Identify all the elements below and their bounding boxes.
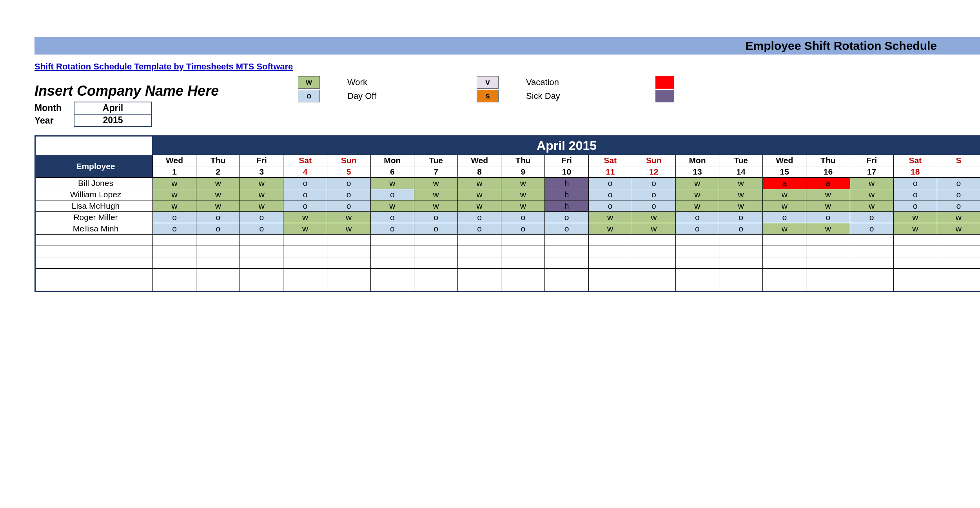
shift-cell[interactable]: o <box>327 200 370 212</box>
shift-cell[interactable]: w <box>893 223 937 235</box>
shift-cell[interactable]: o <box>545 212 588 223</box>
shift-cell[interactable]: w <box>196 200 240 212</box>
shift-cell[interactable]: w <box>370 178 414 189</box>
shift-cell[interactable]: o <box>937 178 980 189</box>
shift-cell[interactable]: w <box>283 223 327 235</box>
shift-cell[interactable]: o <box>458 212 501 223</box>
shift-cell[interactable]: o <box>283 178 327 189</box>
shift-cell[interactable]: o <box>501 223 545 235</box>
shift-cell[interactable]: w <box>501 189 545 200</box>
empty-row[interactable] <box>35 235 980 246</box>
shift-cell[interactable]: w <box>632 223 675 235</box>
shift-cell[interactable]: o <box>719 212 763 223</box>
shift-cell[interactable]: w <box>937 223 980 235</box>
shift-cell[interactable]: o <box>240 212 283 223</box>
shift-cell[interactable]: w <box>719 178 763 189</box>
shift-cell[interactable]: o <box>240 223 283 235</box>
employee-name[interactable]: Roger Miller <box>35 212 153 223</box>
shift-cell[interactable]: w <box>414 189 457 200</box>
shift-cell[interactable]: w <box>850 189 893 200</box>
empty-row[interactable] <box>35 257 980 269</box>
shift-cell[interactable]: o <box>893 200 937 212</box>
shift-cell[interactable]: o <box>893 189 937 200</box>
shift-cell[interactable]: w <box>763 189 806 200</box>
shift-cell[interactable]: w <box>370 200 414 212</box>
shift-cell[interactable]: o <box>545 223 588 235</box>
shift-cell[interactable]: w <box>632 212 675 223</box>
empty-row[interactable] <box>35 280 980 291</box>
shift-cell[interactable]: o <box>588 200 632 212</box>
shift-cell[interactable]: o <box>414 212 457 223</box>
shift-cell[interactable]: w <box>196 189 240 200</box>
shift-cell[interactable]: w <box>327 223 370 235</box>
shift-cell[interactable]: w <box>501 200 545 212</box>
shift-cell[interactable]: w <box>458 189 501 200</box>
shift-cell[interactable]: o <box>196 212 240 223</box>
shift-cell[interactable]: w <box>588 212 632 223</box>
shift-cell[interactable]: o <box>632 178 675 189</box>
shift-cell[interactable]: o <box>632 189 675 200</box>
shift-cell[interactable]: w <box>458 200 501 212</box>
employee-name[interactable]: Bill Jones <box>35 178 153 189</box>
shift-cell[interactable]: o <box>588 189 632 200</box>
month-input[interactable]: April <box>74 102 152 115</box>
shift-cell[interactable]: w <box>806 223 850 235</box>
shift-cell[interactable]: o <box>370 189 414 200</box>
shift-cell[interactable]: w <box>240 189 283 200</box>
employee-name[interactable]: Lisa McHugh <box>35 200 153 212</box>
shift-cell[interactable]: w <box>893 212 937 223</box>
shift-cell[interactable]: o <box>937 189 980 200</box>
shift-cell[interactable]: w <box>763 200 806 212</box>
shift-cell[interactable]: o <box>153 212 196 223</box>
shift-cell[interactable]: w <box>153 178 196 189</box>
shift-cell[interactable]: w <box>937 212 980 223</box>
shift-cell[interactable]: w <box>763 223 806 235</box>
shift-cell[interactable]: w <box>719 200 763 212</box>
shift-cell[interactable]: w <box>414 178 457 189</box>
shift-cell[interactable]: w <box>806 189 850 200</box>
shift-cell[interactable]: w <box>153 189 196 200</box>
shift-cell[interactable]: h <box>545 189 588 200</box>
shift-cell[interactable]: o <box>893 178 937 189</box>
shift-cell[interactable]: w <box>327 212 370 223</box>
shift-cell[interactable]: o <box>850 212 893 223</box>
shift-cell[interactable]: o <box>937 200 980 212</box>
shift-cell[interactable]: a <box>763 178 806 189</box>
shift-cell[interactable]: w <box>153 200 196 212</box>
template-link[interactable]: Shift Rotation Schedule Template by Time… <box>34 62 980 72</box>
shift-cell[interactable]: o <box>806 212 850 223</box>
empty-row[interactable] <box>35 246 980 257</box>
shift-cell[interactable]: w <box>414 200 457 212</box>
shift-cell[interactable]: h <box>545 178 588 189</box>
shift-cell[interactable]: o <box>153 223 196 235</box>
shift-cell[interactable]: w <box>719 189 763 200</box>
shift-cell[interactable]: o <box>458 223 501 235</box>
shift-cell[interactable]: o <box>719 223 763 235</box>
employee-name[interactable]: Mellisa Minh <box>35 223 153 235</box>
empty-row[interactable] <box>35 269 980 280</box>
year-input[interactable]: 2015 <box>74 115 152 127</box>
shift-cell[interactable]: o <box>196 223 240 235</box>
shift-cell[interactable]: w <box>850 178 893 189</box>
shift-cell[interactable]: w <box>675 200 719 212</box>
shift-cell[interactable]: o <box>632 200 675 212</box>
shift-cell[interactable]: o <box>588 178 632 189</box>
shift-cell[interactable]: w <box>675 189 719 200</box>
shift-cell[interactable]: o <box>675 223 719 235</box>
shift-cell[interactable]: o <box>501 212 545 223</box>
shift-cell[interactable]: o <box>414 223 457 235</box>
shift-cell[interactable]: a <box>806 178 850 189</box>
shift-cell[interactable]: h <box>545 200 588 212</box>
shift-cell[interactable]: o <box>850 223 893 235</box>
shift-cell[interactable]: o <box>327 189 370 200</box>
shift-cell[interactable]: o <box>675 212 719 223</box>
shift-cell[interactable]: w <box>458 178 501 189</box>
shift-cell[interactable]: o <box>283 200 327 212</box>
schedule-table[interactable]: April 2015EmployeeWedThuFriSatSunMonTueW… <box>34 135 980 292</box>
shift-cell[interactable]: w <box>675 178 719 189</box>
shift-cell[interactable]: o <box>370 212 414 223</box>
shift-cell[interactable]: w <box>196 178 240 189</box>
shift-cell[interactable]: w <box>283 212 327 223</box>
shift-cell[interactable]: o <box>370 223 414 235</box>
shift-cell[interactable]: w <box>588 223 632 235</box>
